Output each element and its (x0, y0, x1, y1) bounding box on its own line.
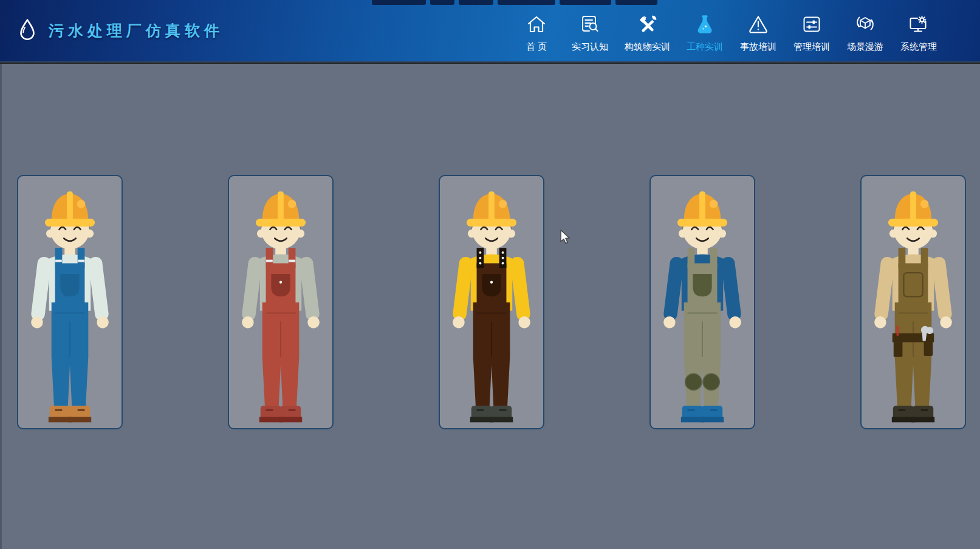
worker-figure (229, 176, 332, 428)
main-nav: 首 页 实习认知 (518, 0, 980, 61)
system-settings-icon (908, 12, 930, 35)
app-title: 污水处理厂仿真软件 (49, 21, 224, 41)
nav-label: 事故培训 (740, 41, 776, 53)
nav-item-home[interactable]: 首 页 (518, 12, 555, 53)
nav-item-jobtypes[interactable]: 工种实训 (686, 12, 724, 53)
nav-item-structures[interactable]: 构筑物实训 (625, 12, 670, 53)
nav-item-internship[interactable]: 实习认知 (571, 12, 609, 53)
sliders-icon (801, 12, 823, 35)
nav-item-roaming[interactable]: 场景漫游 (846, 12, 884, 53)
worker-card-khaki[interactable] (860, 175, 966, 429)
worker-card-olive[interactable] (649, 175, 755, 429)
nav-label: 工种实训 (687, 41, 723, 53)
nav-item-system[interactable]: 系统管理 (900, 12, 937, 53)
worker-card-brown[interactable] (439, 175, 544, 429)
home-icon (526, 12, 547, 35)
nav-label: 首 页 (526, 41, 547, 53)
header: 污水处理厂仿真软件 首 页 (0, 0, 980, 63)
water-drop-icon (16, 18, 39, 44)
warning-triangle-icon (747, 12, 769, 35)
nav-item-accidents[interactable]: 事故培训 (739, 12, 777, 53)
worker-figure (440, 176, 543, 428)
nav-label: 系统管理 (900, 41, 937, 53)
worker-card-blue[interactable] (17, 175, 123, 429)
app-window: 污水处理厂仿真软件 首 页 (0, 0, 980, 549)
worker-figure (18, 176, 122, 428)
worker-card-red[interactable] (228, 175, 334, 429)
nav-label: 构筑物实训 (625, 41, 670, 53)
nav-label: 场景漫游 (847, 41, 883, 53)
worker-figure (651, 176, 754, 428)
cube-roam-icon (854, 12, 876, 35)
document-search-icon (579, 12, 601, 35)
nav-label: 管理培训 (793, 41, 830, 53)
nav-item-management[interactable]: 管理培训 (793, 12, 831, 53)
crossed-tools-icon (637, 12, 659, 35)
nav-label: 实习认知 (572, 41, 608, 53)
content-area (0, 64, 980, 549)
clipped-text-banner (372, 0, 657, 5)
flask-icon (694, 12, 716, 35)
worker-figure (862, 176, 965, 428)
brand: 污水处理厂仿真软件 (0, 18, 224, 44)
